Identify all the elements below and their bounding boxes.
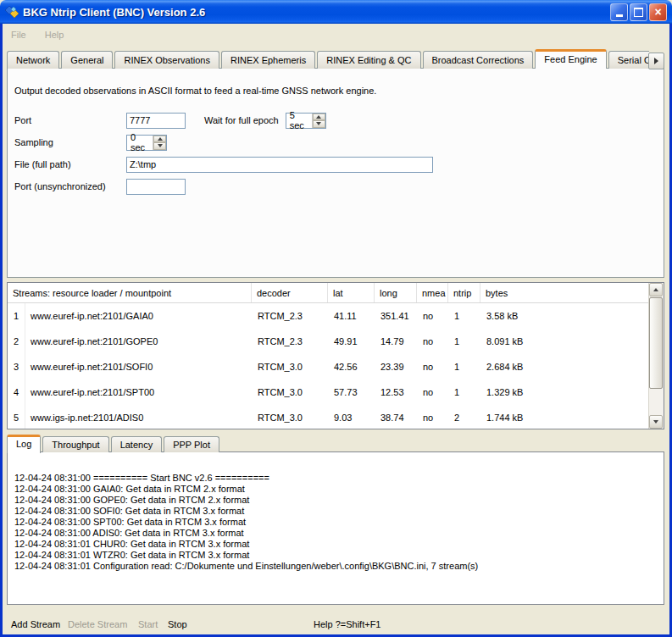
port-unsync-input[interactable] <box>126 179 186 195</box>
tab-log[interactable]: Log <box>7 435 41 453</box>
close-icon: × <box>654 6 661 18</box>
table-row[interactable]: 3 www.euref-ip.net:2101/SOFI0 RTCM_3.0 4… <box>8 354 649 379</box>
row-number: 4 <box>8 379 25 405</box>
cell-bytes: 1.744 kB <box>481 405 649 429</box>
app-icon <box>5 5 19 19</box>
start-button[interactable]: Start <box>138 619 158 629</box>
tab-feed-engine[interactable]: Feed Engine <box>535 49 606 69</box>
log-line: 12-04-24 08:31:01 CHUR0: Get data in RTC… <box>14 539 658 550</box>
tab-latency[interactable]: Latency <box>111 436 163 452</box>
table-scrollbar[interactable] <box>648 283 664 429</box>
header-long: long <box>375 283 417 302</box>
port-unsync-label: Port (unsynchronized) <box>14 181 126 191</box>
sampling-spin-up[interactable] <box>153 136 166 143</box>
cell-decoder: RTCM_2.3 <box>253 329 329 354</box>
action-bar: Add Stream Delete Stream Start Stop Help… <box>3 617 669 634</box>
tab-serial-output[interactable]: Serial Ou <box>608 51 649 69</box>
header-nmea: nmea <box>417 283 448 302</box>
sampling-value: 0 sec <box>127 136 153 150</box>
stop-button[interactable]: Stop <box>168 619 187 629</box>
log-line: 12-04-24 08:31:00 GAIA0: Get data in RTC… <box>14 484 658 495</box>
cell-decoder: RTCM_3.0 <box>253 379 329 405</box>
cell-mountpoint: www.euref-ip.net:2101/GOPE0 <box>25 329 253 354</box>
scrollbar-thumb[interactable] <box>649 297 663 389</box>
wait-epoch-spinner[interactable]: 5 sec <box>286 113 326 129</box>
bottom-tab-bar: Log Throughput Latency PPP Plot <box>7 434 219 452</box>
header-decoder: decoder <box>252 283 328 302</box>
cell-bytes: 1.329 kB <box>481 379 649 405</box>
arrow-down-icon <box>316 122 321 125</box>
cell-lat: 57.73 <box>329 379 375 405</box>
file-path-label: File (full path) <box>14 159 126 169</box>
cell-ntrip: 2 <box>449 405 481 429</box>
menu-help[interactable]: Help <box>43 28 66 42</box>
minimize-button[interactable] <box>610 3 628 21</box>
tab-ppp-plot[interactable]: PPP Plot <box>164 436 219 452</box>
tab-rinex-observations[interactable]: RINEX Observations <box>114 51 219 69</box>
header-mountpoint: Streams: resource loader / mountpoint <box>8 283 252 302</box>
arrow-up-icon <box>158 137 163 141</box>
cell-nmea: no <box>418 303 449 329</box>
sampling-spinner[interactable]: 0 sec <box>126 135 167 151</box>
file-path-input[interactable] <box>126 157 433 173</box>
table-row[interactable]: 4 www.euref-ip.net:2101/SPT00 RTCM_3.0 5… <box>8 379 649 405</box>
feed-engine-panel: Output decoded observations in ASCII for… <box>7 68 664 278</box>
cell-long: 14.79 <box>375 329 418 354</box>
table-row[interactable]: 1 www.euref-ip.net:2101/GAIA0 RTCM_2.3 4… <box>8 303 649 329</box>
maximize-button[interactable] <box>630 3 647 21</box>
log-line: 12-04-24 08:31:00 GOPE0: Get data in RTC… <box>14 495 658 506</box>
streams-table-header: Streams: resource loader / mountpoint de… <box>8 283 649 303</box>
feed-engine-description: Output decoded observations in ASCII for… <box>14 86 655 96</box>
cell-nmea: no <box>418 379 449 405</box>
log-line: 12-04-24 08:31:00 SPT00: Get data in RTC… <box>14 517 658 528</box>
cell-nmea: no <box>418 354 449 379</box>
window-frame: File Help Network General RINEX Observat… <box>0 24 672 637</box>
tab-scroll-right-button[interactable] <box>648 53 664 69</box>
arrow-down-icon <box>653 420 658 424</box>
wait-epoch-spin-down[interactable] <box>313 120 325 128</box>
title-bar[interactable]: BKG Ntrip Client (BNC) Version 2.6 × <box>0 0 672 24</box>
arrow-up-icon <box>653 288 658 291</box>
cell-bytes: 2.684 kB <box>481 354 649 379</box>
cell-long: 23.39 <box>375 354 418 379</box>
row-number: 3 <box>8 354 25 379</box>
tab-broadcast-corrections[interactable]: Broadcast Corrections <box>423 51 534 69</box>
maximize-icon <box>634 8 643 17</box>
scrollbar-down-button[interactable] <box>649 415 663 429</box>
cell-long: 12.53 <box>375 379 418 405</box>
arrow-up-icon <box>316 115 321 119</box>
table-row[interactable]: 2 www.euref-ip.net:2101/GOPE0 RTCM_2.3 4… <box>8 329 649 354</box>
delete-stream-button[interactable]: Delete Stream <box>68 619 127 629</box>
help-shortcut-label: Help ?=Shift+F1 <box>314 619 381 629</box>
add-stream-button[interactable]: Add Stream <box>11 619 60 629</box>
cell-lat: 41.11 <box>329 303 375 329</box>
cell-long: 351.41 <box>375 303 418 329</box>
sampling-spin-down[interactable] <box>153 142 166 150</box>
table-row[interactable]: 5 www.igs-ip.net:2101/ADIS0 RTCM_3.0 9.0… <box>8 405 649 429</box>
tab-rinex-editing-qc[interactable]: RINEX Editing & QC <box>317 51 420 69</box>
scrollbar-up-button[interactable] <box>649 283 663 296</box>
port-input[interactable] <box>126 113 186 129</box>
cell-lat: 42.56 <box>329 354 375 379</box>
wait-epoch-spin-up[interactable] <box>313 114 325 121</box>
log-line: 12-04-24 08:31:01 Configuration read: C:… <box>14 561 658 572</box>
close-button[interactable]: × <box>649 3 667 21</box>
tab-throughput[interactable]: Throughput <box>42 436 108 452</box>
cell-ntrip: 1 <box>449 303 481 329</box>
wait-epoch-label: Wait for full epoch <box>204 115 279 125</box>
streams-table-panel: Streams: resource loader / mountpoint de… <box>7 282 664 429</box>
cell-lat: 49.91 <box>329 329 375 354</box>
cell-mountpoint: www.igs-ip.net:2101/ADIS0 <box>25 405 253 429</box>
cell-mountpoint: www.euref-ip.net:2101/SPT00 <box>25 379 253 405</box>
row-number: 2 <box>8 329 25 354</box>
tab-network[interactable]: Network <box>7 51 59 69</box>
wait-epoch-value: 5 sec <box>286 114 312 128</box>
tab-rinex-ephemeris[interactable]: RINEX Ephemeris <box>221 51 315 69</box>
cell-nmea: no <box>418 329 449 354</box>
tab-general[interactable]: General <box>61 51 113 69</box>
log-line: 12-04-24 08:31:00 SOFI0: Get data in RTC… <box>14 506 658 517</box>
cell-ntrip: 1 <box>449 329 481 354</box>
menu-file[interactable]: File <box>9 28 28 42</box>
header-ntrip: ntrip <box>448 283 480 302</box>
log-line: 12-04-24 08:31:01 WTZR0: Get data in RTC… <box>14 550 658 561</box>
